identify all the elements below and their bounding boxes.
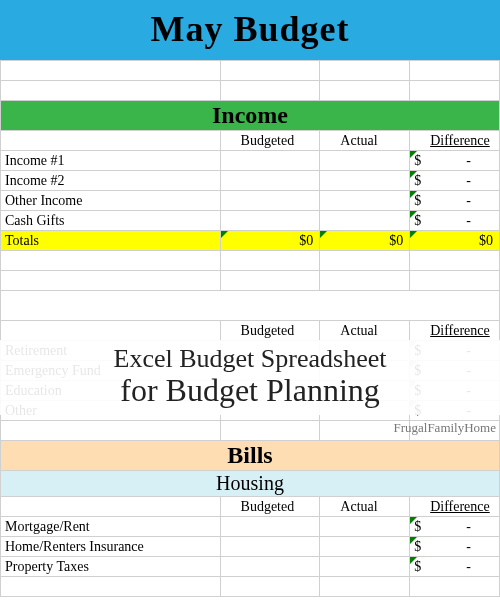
cell[interactable] — [220, 537, 320, 557]
savings-section-header — [1, 291, 500, 321]
cell[interactable] — [320, 151, 410, 171]
col-budgeted-header: Budgeted — [220, 497, 320, 517]
bills-row-label[interactable]: Property Taxes — [1, 557, 221, 577]
overlay-line2: for Budget Planning — [0, 372, 500, 409]
cell[interactable] — [220, 517, 320, 537]
cell[interactable] — [320, 557, 410, 577]
cell[interactable] — [320, 577, 410, 597]
cell[interactable] — [320, 191, 410, 211]
col-actual-header: Actual — [320, 131, 410, 151]
cell[interactable] — [220, 211, 320, 231]
diff-cell[interactable]: $- — [410, 171, 500, 191]
diff-cell[interactable]: $- — [410, 557, 500, 577]
overlay-line1: Excel Budget Spreadsheet — [0, 344, 500, 374]
diff-cell[interactable]: $- — [410, 211, 500, 231]
income-totals-budgeted: $0 — [220, 231, 320, 251]
income-totals-difference: $0 — [410, 231, 500, 251]
income-section-header: Income — [1, 101, 500, 131]
col-actual-header: Actual — [320, 321, 410, 341]
bills-section-header: Bills — [1, 441, 500, 471]
page-title-banner: May Budget — [0, 0, 500, 60]
income-totals-label: Totals — [1, 231, 221, 251]
income-row-label[interactable]: Cash Gifts — [1, 211, 221, 231]
spreadsheet-table: Income Budgeted Actual Difference Income… — [0, 60, 500, 597]
income-row-label[interactable]: Income #1 — [1, 151, 221, 171]
diff-cell[interactable]: $- — [410, 191, 500, 211]
diff-cell[interactable] — [410, 577, 500, 597]
col-difference-header: Difference — [410, 321, 500, 341]
cell[interactable] — [320, 171, 410, 191]
diff-cell[interactable]: $- — [410, 537, 500, 557]
diff-cell[interactable]: $- — [410, 151, 500, 171]
col-difference-header: Difference — [410, 131, 500, 151]
col-difference-header: Difference — [410, 497, 500, 517]
cell[interactable] — [220, 577, 320, 597]
col-actual-header: Actual — [320, 497, 410, 517]
housing-sub-header: Housing — [1, 471, 500, 497]
income-row-label[interactable]: Other Income — [1, 191, 221, 211]
overlay-title: Excel Budget Spreadsheet for Budget Plan… — [0, 340, 500, 415]
col-budgeted-header: Budgeted — [220, 321, 320, 341]
bills-row-label[interactable]: Mortgage/Rent — [1, 517, 221, 537]
cell[interactable] — [320, 537, 410, 557]
col-budgeted-header: Budgeted — [220, 131, 320, 151]
cell[interactable] — [220, 151, 320, 171]
cell[interactable] — [220, 557, 320, 577]
cell[interactable] — [220, 171, 320, 191]
watermark: FrugalFamilyHome — [393, 420, 496, 436]
cell[interactable] — [320, 517, 410, 537]
cell[interactable] — [320, 211, 410, 231]
bills-row-label[interactable]: Home/Renters Insurance — [1, 537, 221, 557]
diff-cell[interactable]: $- — [410, 517, 500, 537]
income-totals-actual: $0 — [320, 231, 410, 251]
bills-row-label[interactable]: . — [1, 577, 221, 597]
cell[interactable] — [220, 191, 320, 211]
income-row-label[interactable]: Income #2 — [1, 171, 221, 191]
